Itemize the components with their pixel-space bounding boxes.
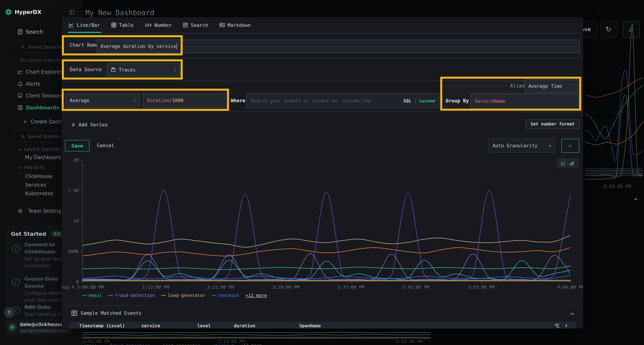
chart-type-tabs: Line/Bar Table 123 Number Search Markdow… xyxy=(69,17,251,33)
chart-line-icon xyxy=(18,69,23,74)
set-number-format-button[interactable]: Set number format xyxy=(526,119,580,129)
aggregation-select[interactable]: Average ▴▾ xyxy=(66,93,140,107)
save-button[interactable]: Save xyxy=(65,140,90,151)
legend-item[interactable]: email xyxy=(82,293,102,298)
legend-label: checkout xyxy=(213,343,234,345)
text-cursor xyxy=(176,43,177,49)
table-icon xyxy=(112,23,116,27)
sidebar-item-services[interactable]: Services xyxy=(25,182,46,188)
check-circle-icon: ✓ xyxy=(12,278,20,286)
legend-label: checkout xyxy=(218,293,239,298)
legend-label: load-generator xyxy=(162,343,200,345)
play-icon: ▷ xyxy=(569,143,572,148)
avatar: D xyxy=(8,323,16,332)
plus-circle-icon: ⊕ xyxy=(72,121,75,128)
tab-number[interactable]: 123 Number xyxy=(145,17,172,33)
cancel-button[interactable]: Cancel xyxy=(97,143,114,148)
alias-input[interactable]: Average Time xyxy=(524,79,578,93)
legend-dash-icon xyxy=(82,295,87,296)
x-axis-tick: 4:04:00 PM xyxy=(557,285,583,290)
background-chart-tick: 4:04:00 PM xyxy=(396,339,423,344)
row-divider xyxy=(62,305,583,306)
collapse-sidebar-button[interactable] xyxy=(68,8,76,16)
row-divider xyxy=(62,33,583,33)
page-title: My New Dashboard xyxy=(85,8,154,17)
timeseries-chart[interactable] xyxy=(82,160,571,282)
row-divider xyxy=(62,112,583,112)
select-chevrons-icon: ▴▾ xyxy=(174,67,176,73)
legend-item[interactable]: load-generator xyxy=(156,343,200,345)
tab-line-bar[interactable]: Line/Bar xyxy=(69,17,100,33)
legend-item[interactable]: fraud-detection xyxy=(103,343,150,345)
x-axis-tick: 3:53:00 PM xyxy=(468,285,495,290)
background-chart-bottom xyxy=(77,330,430,339)
background-chart-right xyxy=(584,23,643,182)
row-divider xyxy=(62,81,583,81)
help-button[interactable]: ? xyxy=(4,308,14,318)
resize-handle-icon[interactable] xyxy=(633,197,636,200)
group-by-input[interactable]: ServiceName xyxy=(471,93,579,109)
x-axis-tick: 3:13:00 PM xyxy=(142,285,169,290)
legend-item[interactable]: checkout xyxy=(206,343,234,345)
chevron-down-icon xyxy=(18,149,21,151)
column-header[interactable]: duration xyxy=(234,323,255,328)
column-header[interactable]: SpanName xyxy=(299,323,321,328)
logo[interactable]: HyperDX xyxy=(5,8,41,16)
y-axis-tick: 2M xyxy=(62,158,79,163)
column-separator: ⋮ xyxy=(136,324,139,328)
select-chevrons-icon: ▴▾ xyxy=(134,98,136,103)
column-header[interactable]: Timestamp (Local) xyxy=(79,323,125,328)
x-axis-tick: 3:37:00 PM xyxy=(338,285,364,290)
presets-section-header[interactable]: PRESETS xyxy=(18,166,45,170)
y-axis-tick: 1.5M xyxy=(62,188,79,193)
bell-icon xyxy=(18,81,23,86)
sidebar-item-my-dashboard[interactable]: My Dashboard xyxy=(25,154,61,160)
sample-events-table-header: Timestamp (Local) ⋮ service ⋮ level ⋮ du… xyxy=(69,322,576,329)
markdown-icon xyxy=(220,23,225,27)
download-icon[interactable]: ↓ xyxy=(565,322,568,328)
add-series-button[interactable]: ⊕ Add Series xyxy=(72,121,108,128)
column-header[interactable]: service xyxy=(141,323,160,328)
tab-table[interactable]: Table xyxy=(112,17,134,33)
group-by-label: Group By xyxy=(446,98,469,103)
legend-dash-icon xyxy=(108,295,113,296)
legend-item[interactable]: load-generator xyxy=(161,293,205,298)
data-source-label: Data Source xyxy=(70,67,102,72)
legend-more-link[interactable]: +12 more xyxy=(246,293,267,298)
no-saved-searches-text: No saved searches xyxy=(20,57,64,63)
run-query-button[interactable]: ▷ xyxy=(562,139,579,153)
y-axis-tick: 500K xyxy=(62,249,79,254)
granularity-select[interactable]: Auto Granularity ▾ xyxy=(489,139,555,153)
legend-item[interactable]: fraud-detection xyxy=(108,293,155,298)
x-axis: Aug 4 3:04:00 PM3:13:00 PM3:21:00 PM3:29… xyxy=(82,285,571,291)
x-axis-tick: 3:29:00 PM xyxy=(272,285,300,290)
sample-events-header: Sample Matched Events xyxy=(72,310,142,316)
column-header[interactable]: level xyxy=(197,323,211,328)
column-separator: ⋮ xyxy=(292,324,296,328)
chart-name-input[interactable]: Average duration by service xyxy=(96,40,580,53)
check-circle-icon: ✓ xyxy=(12,245,20,253)
legend-label: email xyxy=(84,343,97,345)
search-results-icon xyxy=(18,29,23,34)
get-started-title: Get Started xyxy=(11,231,46,237)
legend-more-link[interactable]: +12 more xyxy=(240,343,262,345)
query-language-toggle[interactable]: SQL | Lucene xyxy=(403,98,435,103)
sidebar-item-clickhouse[interactable]: ClickHouse xyxy=(25,173,52,179)
y-axis-tick: 0 xyxy=(62,279,79,284)
data-source-select[interactable]: Traces ▴▾ xyxy=(107,63,180,76)
where-label: Where xyxy=(231,98,245,103)
filter-icon[interactable] xyxy=(554,324,560,328)
collapse-section-icon[interactable] xyxy=(570,313,575,315)
legend-label: fraud-detection xyxy=(110,343,150,345)
tab-markdown[interactable]: Markdown xyxy=(220,17,251,33)
line-chart-icon xyxy=(69,23,74,27)
where-search-input[interactable]: Search your events w/ Lucene ex. column:… xyxy=(246,93,439,108)
background-chart-right-tick: 4:04:00 PM xyxy=(603,184,631,189)
tab-search[interactable]: Search xyxy=(183,17,208,33)
legend-item[interactable]: checkout xyxy=(212,293,239,298)
x-axis-tick: 3:45:00 PM xyxy=(402,285,429,290)
y-axis-tick: 1M xyxy=(62,218,79,224)
x-axis-tick: Aug 4 3:04:00 PM xyxy=(62,285,104,290)
sidebar-item-kubernetes[interactable]: Kubernetes xyxy=(25,191,54,196)
field-expression-input[interactable]: Duration/1000 xyxy=(143,93,228,107)
